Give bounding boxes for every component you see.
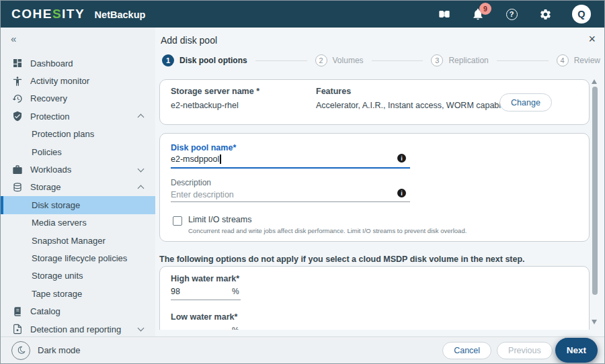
page-title: Add disk pool: [161, 35, 217, 46]
chevron-down-icon: [138, 165, 145, 172]
sidebar-item-policies[interactable]: Policies: [1, 143, 155, 161]
scrollbar-down-arrow[interactable]: [592, 320, 597, 324]
chevron-up-icon: [138, 185, 145, 191]
text-cursor: [220, 154, 221, 164]
add-disk-pool-panel: Add disk pool × 1 Disk pool options 2 Vo…: [155, 28, 604, 336]
sidebar-item-protection-plans[interactable]: Protection plans: [1, 126, 155, 143]
chevron-up-icon: [138, 114, 145, 121]
sidebar-item-storage-units[interactable]: Storage units: [1, 267, 155, 285]
high-water-mark-label: High water mark*: [171, 274, 239, 283]
storage-database-icon: [12, 182, 23, 193]
info-icon[interactable]: i: [397, 154, 406, 163]
step-3-circle[interactable]: 3: [431, 54, 443, 66]
settings-gear-icon[interactable]: [538, 7, 552, 21]
scrollbar-thumb[interactable]: [592, 87, 598, 295]
bottom-bar: Dark mode Cancel Previous Next: [1, 336, 604, 363]
dashboard-icon: [12, 58, 23, 69]
storage-server-card: Storage server name * e2-netbackup-rhel …: [159, 79, 590, 125]
catalog-book-icon: [12, 306, 23, 317]
sidebar-item-media-servers[interactable]: Media servers: [1, 214, 155, 232]
recovery-icon: [12, 93, 23, 104]
dark-mode-toggle[interactable]: Dark mode: [11, 341, 81, 360]
disk-pool-name-input[interactable]: e2-msdppool: [171, 154, 221, 164]
step-3-label: Replication: [448, 56, 488, 65]
high-water-mark-input[interactable]: 98: [171, 287, 180, 296]
workloads-briefcase-icon: [12, 165, 23, 175]
low-water-mark-label: Low water mark*: [171, 312, 237, 322]
sidebar-item-workloads[interactable]: Workloads: [1, 161, 155, 178]
cohesity-netbackup-logo: COHESITY NetBackup: [11, 7, 145, 21]
app-window: COHESITY NetBackup 9 ?: [0, 0, 605, 364]
storage-server-name-value: e2-netbackup-rhel: [171, 101, 239, 110]
product-name: NetBackup: [95, 9, 146, 20]
notification-count-badge[interactable]: 9: [479, 3, 491, 15]
scrollbar-up-arrow[interactable]: [592, 79, 597, 84]
storage-server-name-label: Storage server name *: [171, 87, 259, 96]
next-button[interactable]: Next: [555, 338, 598, 363]
limit-io-streams-label: Limit I/O streams: [188, 215, 251, 224]
sidebar-item-activity-monitor[interactable]: Activity monitor: [1, 72, 155, 89]
form-scroll-area: Storage server name * e2-netbackup-rhel …: [155, 75, 604, 330]
sidebar-item-protection[interactable]: Protection: [1, 107, 155, 125]
user-avatar[interactable]: Q: [572, 5, 591, 24]
chevron-down-icon: [138, 325, 145, 332]
activity-monitor-icon: [12, 76, 23, 87]
topbar-icon-group: 9 ? Q: [438, 5, 594, 24]
sidebar: « Dashboard Activity monitor Recovery Pr…: [1, 28, 155, 336]
sidebar-collapse-button[interactable]: «: [11, 33, 16, 44]
license-ticket-icon[interactable]: [438, 7, 451, 21]
moon-icon: [11, 341, 30, 360]
step-connector: [255, 60, 307, 61]
previous-button[interactable]: Previous: [497, 342, 553, 359]
sidebar-item-recovery[interactable]: Recovery: [1, 90, 155, 107]
cancel-button[interactable]: Cancel: [442, 342, 491, 359]
limit-io-streams-caption: Concurrent read and write jobs affect di…: [188, 227, 511, 234]
help-icon[interactable]: ?: [505, 7, 518, 21]
percent-unit: %: [232, 326, 239, 330]
sidebar-item-disk-storage[interactable]: Disk storage: [1, 196, 155, 214]
sidebar-item-storage[interactable]: Storage: [1, 179, 155, 196]
disk-pool-details-card: Disk pool name* e2-msdppool i Descriptio…: [159, 133, 590, 242]
step-2-label: Volumes: [333, 56, 364, 65]
sidebar-item-tape-storage[interactable]: Tape storage: [1, 285, 155, 302]
sidebar-item-detection-and-reporting[interactable]: Detection and reporting: [1, 320, 155, 338]
description-label: Description: [171, 178, 211, 187]
protection-shield-icon: [12, 111, 23, 122]
detection-reporting-icon: [12, 324, 23, 334]
cohesity-wordmark: COHESITY: [11, 7, 85, 21]
water-mark-card: High water mark* 98 % Low water mark* %: [159, 266, 590, 330]
description-field-underline: [171, 201, 410, 202]
features-label: Features: [316, 87, 351, 96]
step-1-label: Disk pool options: [179, 56, 247, 65]
sidebar-item-dashboard[interactable]: Dashboard: [1, 54, 155, 72]
step-connector: [372, 60, 424, 61]
notifications-bell-icon[interactable]: 9: [471, 7, 485, 21]
sidebar-item-snapshot-manager[interactable]: Snapshot Manager: [1, 232, 155, 249]
disk-pool-name-label: Disk pool name*: [171, 143, 236, 152]
info-icon[interactable]: i: [397, 189, 406, 197]
cloud-msdp-note: The following options do not apply if yo…: [159, 255, 525, 264]
wizard-stepper: 1 Disk pool options 2 Volumes 3 Replicat…: [162, 54, 600, 67]
logo-accent-s: S: [52, 7, 62, 21]
wizard-action-buttons: Cancel Previous Next: [442, 338, 598, 363]
change-server-button[interactable]: Change: [499, 93, 552, 111]
description-input[interactable]: Enter description: [171, 190, 234, 199]
sidebar-nav: Dashboard Activity monitor Recovery Prot…: [1, 54, 155, 338]
dark-mode-label: Dark mode: [38, 345, 81, 355]
features-value: Accelerator, A.I.R., Instant access, WOR…: [316, 101, 506, 110]
close-icon[interactable]: ×: [588, 33, 596, 45]
step-2-circle[interactable]: 2: [315, 54, 327, 66]
percent-unit: %: [232, 287, 239, 296]
step-1-circle[interactable]: 1: [162, 54, 174, 66]
sidebar-item-catalog[interactable]: Catalog: [1, 302, 155, 320]
name-field-underline: [171, 167, 410, 169]
step-4-label: Review: [574, 56, 600, 65]
high-water-underline: [171, 300, 241, 300]
sidebar-item-storage-lifecycle-policies[interactable]: Storage lifecycle policies: [1, 249, 155, 267]
top-bar: COHESITY NetBackup 9 ?: [1, 1, 604, 28]
step-4-circle[interactable]: 4: [557, 54, 569, 66]
step-connector: [497, 60, 549, 61]
limit-io-streams-checkbox[interactable]: [173, 216, 182, 226]
